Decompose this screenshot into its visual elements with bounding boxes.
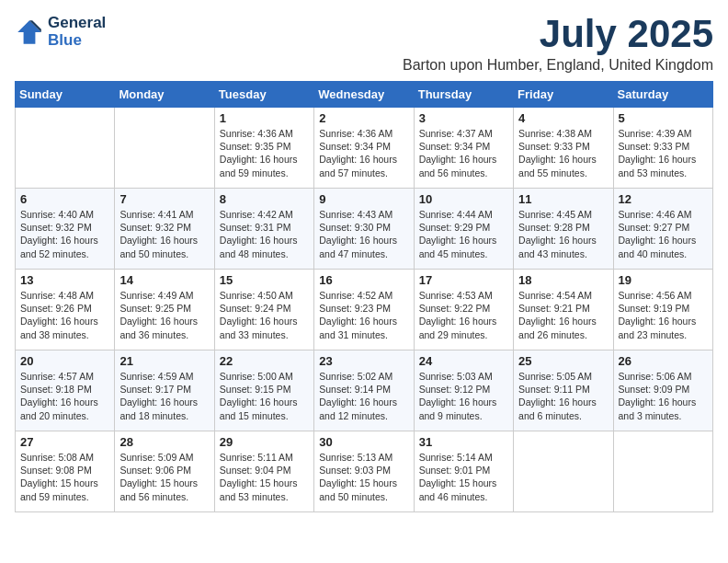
day-info: Sunrise: 4:50 AM Sunset: 9:24 PM Dayligh…	[220, 289, 309, 341]
day-header-wednesday: Wednesday	[314, 82, 414, 108]
calendar-cell: 3Sunrise: 4:37 AM Sunset: 9:34 PM Daylig…	[414, 108, 513, 189]
calendar-cell: 13Sunrise: 4:48 AM Sunset: 9:26 PM Dayli…	[16, 270, 115, 350]
calendar-cell: 9Sunrise: 4:43 AM Sunset: 9:30 PM Daylig…	[314, 189, 414, 270]
svg-marker-0	[17, 20, 41, 44]
calendar-week-5: 27Sunrise: 5:08 AM Sunset: 9:08 PM Dayli…	[16, 431, 713, 512]
day-info: Sunrise: 5:11 AM Sunset: 9:04 PM Dayligh…	[220, 451, 309, 503]
calendar-body: 1Sunrise: 4:36 AM Sunset: 9:35 PM Daylig…	[16, 108, 713, 512]
day-info: Sunrise: 4:39 AM Sunset: 9:33 PM Dayligh…	[619, 127, 708, 179]
logo-text: General Blue	[48, 15, 106, 49]
day-header-thursday: Thursday	[414, 82, 513, 108]
day-info: Sunrise: 5:13 AM Sunset: 9:03 PM Dayligh…	[319, 451, 408, 503]
day-info: Sunrise: 5:09 AM Sunset: 9:06 PM Dayligh…	[119, 451, 209, 503]
day-number: 1	[220, 111, 309, 125]
day-info: Sunrise: 4:46 AM Sunset: 9:27 PM Dayligh…	[619, 208, 708, 260]
day-info: Sunrise: 4:48 AM Sunset: 9:26 PM Dayligh…	[20, 289, 109, 341]
calendar-cell: 29Sunrise: 5:11 AM Sunset: 9:04 PM Dayli…	[214, 431, 313, 512]
day-info: Sunrise: 4:38 AM Sunset: 9:33 PM Dayligh…	[518, 127, 608, 179]
day-number: 19	[619, 273, 708, 287]
calendar-cell: 2Sunrise: 4:36 AM Sunset: 9:34 PM Daylig…	[314, 108, 414, 189]
day-number: 3	[419, 111, 508, 125]
calendar-cell: 10Sunrise: 4:44 AM Sunset: 9:29 PM Dayli…	[414, 189, 513, 270]
calendar-cell: 18Sunrise: 4:54 AM Sunset: 9:21 PM Dayli…	[514, 270, 613, 350]
page-header: General Blue July 2025 Barton upon Humbe…	[15, 15, 713, 74]
day-info: Sunrise: 5:03 AM Sunset: 9:12 PM Dayligh…	[419, 370, 508, 422]
day-info: Sunrise: 4:56 AM Sunset: 9:19 PM Dayligh…	[619, 289, 708, 341]
calendar-cell: 11Sunrise: 4:45 AM Sunset: 9:28 PM Dayli…	[514, 189, 613, 270]
day-number: 24	[419, 354, 508, 368]
day-header-monday: Monday	[115, 82, 214, 108]
calendar-week-1: 1Sunrise: 4:36 AM Sunset: 9:35 PM Daylig…	[16, 108, 713, 189]
day-number: 9	[319, 192, 408, 206]
day-number: 18	[518, 273, 608, 287]
day-number: 27	[20, 435, 109, 449]
calendar-cell: 6Sunrise: 4:40 AM Sunset: 9:32 PM Daylig…	[16, 189, 115, 270]
day-number: 8	[220, 192, 309, 206]
calendar-cell	[115, 108, 214, 189]
calendar-table: SundayMondayTuesdayWednesdayThursdayFrid…	[15, 81, 713, 512]
day-info: Sunrise: 5:08 AM Sunset: 9:08 PM Dayligh…	[20, 451, 109, 503]
calendar-cell: 24Sunrise: 5:03 AM Sunset: 9:12 PM Dayli…	[414, 350, 513, 431]
calendar-cell: 15Sunrise: 4:50 AM Sunset: 9:24 PM Dayli…	[214, 270, 313, 350]
calendar-cell	[514, 431, 613, 512]
day-number: 31	[419, 435, 508, 449]
day-number: 10	[419, 192, 508, 206]
calendar-cell: 31Sunrise: 5:14 AM Sunset: 9:01 PM Dayli…	[414, 431, 513, 512]
day-header-friday: Friday	[514, 82, 613, 108]
day-info: Sunrise: 5:00 AM Sunset: 9:15 PM Dayligh…	[220, 370, 309, 422]
day-info: Sunrise: 4:44 AM Sunset: 9:29 PM Dayligh…	[419, 208, 508, 260]
calendar-week-2: 6Sunrise: 4:40 AM Sunset: 9:32 PM Daylig…	[16, 189, 713, 270]
day-number: 20	[20, 354, 109, 368]
day-number: 7	[119, 192, 209, 206]
day-info: Sunrise: 4:59 AM Sunset: 9:17 PM Dayligh…	[119, 370, 209, 422]
day-number: 30	[319, 435, 408, 449]
calendar-week-3: 13Sunrise: 4:48 AM Sunset: 9:26 PM Dayli…	[16, 270, 713, 350]
logo-icon	[15, 17, 44, 47]
day-header-sunday: Sunday	[16, 82, 115, 108]
day-number: 2	[319, 111, 408, 125]
day-number: 5	[619, 111, 708, 125]
days-header-row: SundayMondayTuesdayWednesdayThursdayFrid…	[16, 82, 713, 108]
month-title: July 2025	[403, 15, 713, 53]
calendar-cell: 20Sunrise: 4:57 AM Sunset: 9:18 PM Dayli…	[16, 350, 115, 431]
day-info: Sunrise: 4:57 AM Sunset: 9:18 PM Dayligh…	[20, 370, 109, 422]
day-number: 14	[119, 273, 209, 287]
day-header-tuesday: Tuesday	[214, 82, 313, 108]
calendar-cell: 21Sunrise: 4:59 AM Sunset: 9:17 PM Dayli…	[115, 350, 214, 431]
calendar-cell	[613, 431, 712, 512]
day-info: Sunrise: 4:36 AM Sunset: 9:34 PM Dayligh…	[319, 127, 408, 179]
day-info: Sunrise: 5:02 AM Sunset: 9:14 PM Dayligh…	[319, 370, 408, 422]
day-number: 15	[220, 273, 309, 287]
day-info: Sunrise: 5:06 AM Sunset: 9:09 PM Dayligh…	[619, 370, 708, 422]
day-number: 25	[518, 354, 608, 368]
day-header-saturday: Saturday	[613, 82, 712, 108]
day-number: 29	[220, 435, 309, 449]
day-number: 28	[119, 435, 209, 449]
day-info: Sunrise: 4:54 AM Sunset: 9:21 PM Dayligh…	[518, 289, 608, 341]
calendar-cell: 7Sunrise: 4:41 AM Sunset: 9:32 PM Daylig…	[115, 189, 214, 270]
day-info: Sunrise: 4:42 AM Sunset: 9:31 PM Dayligh…	[220, 208, 309, 260]
title-section: July 2025 Barton upon Humber, England, U…	[403, 15, 713, 74]
day-info: Sunrise: 4:45 AM Sunset: 9:28 PM Dayligh…	[518, 208, 608, 260]
calendar-header: SundayMondayTuesdayWednesdayThursdayFrid…	[16, 82, 713, 108]
calendar-cell: 28Sunrise: 5:09 AM Sunset: 9:06 PM Dayli…	[115, 431, 214, 512]
calendar-cell: 23Sunrise: 5:02 AM Sunset: 9:14 PM Dayli…	[314, 350, 414, 431]
logo: General Blue	[15, 15, 106, 49]
day-info: Sunrise: 4:52 AM Sunset: 9:23 PM Dayligh…	[319, 289, 408, 341]
calendar-cell: 1Sunrise: 4:36 AM Sunset: 9:35 PM Daylig…	[214, 108, 313, 189]
day-number: 11	[518, 192, 608, 206]
day-info: Sunrise: 4:40 AM Sunset: 9:32 PM Dayligh…	[20, 208, 109, 260]
day-info: Sunrise: 4:37 AM Sunset: 9:34 PM Dayligh…	[419, 127, 508, 179]
calendar-cell: 12Sunrise: 4:46 AM Sunset: 9:27 PM Dayli…	[613, 189, 712, 270]
calendar-cell	[16, 108, 115, 189]
calendar-cell: 25Sunrise: 5:05 AM Sunset: 9:11 PM Dayli…	[514, 350, 613, 431]
calendar-cell: 30Sunrise: 5:13 AM Sunset: 9:03 PM Dayli…	[314, 431, 414, 512]
calendar-cell: 26Sunrise: 5:06 AM Sunset: 9:09 PM Dayli…	[613, 350, 712, 431]
day-number: 13	[20, 273, 109, 287]
day-info: Sunrise: 4:36 AM Sunset: 9:35 PM Dayligh…	[220, 127, 309, 179]
day-info: Sunrise: 4:53 AM Sunset: 9:22 PM Dayligh…	[419, 289, 508, 341]
day-number: 17	[419, 273, 508, 287]
calendar-week-4: 20Sunrise: 4:57 AM Sunset: 9:18 PM Dayli…	[16, 350, 713, 431]
day-number: 4	[518, 111, 608, 125]
calendar-cell: 19Sunrise: 4:56 AM Sunset: 9:19 PM Dayli…	[613, 270, 712, 350]
